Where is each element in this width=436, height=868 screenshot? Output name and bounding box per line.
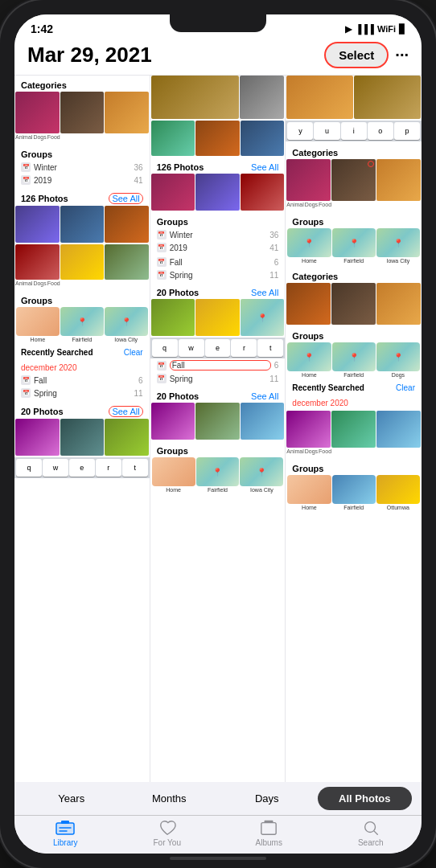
photo-more-3[interactable] [105,244,149,280]
clear-button[interactable]: Clear [124,348,143,357]
col1-see-all[interactable]: See All [109,193,142,204]
col2-key-t[interactable]: t [257,339,283,357]
col3-gbot-1[interactable]: Home [287,475,331,510]
col2-20-2[interactable] [195,299,240,336]
col3-top-1[interactable] [286,76,353,119]
col2-126-2[interactable] [195,174,240,211]
col3-bottom-1[interactable] [286,411,331,448]
col3-cat2-2[interactable] [331,283,376,325]
col2-spring2-row[interactable]: 📅 Spring 11 [150,372,286,385]
col2-key-w[interactable]: w [179,339,204,357]
col2-photo-side[interactable] [240,76,284,119]
key-e[interactable]: e [69,459,95,477]
col2-20-2-see-all[interactable]: See All [251,391,278,401]
tab-for-you[interactable]: For You [117,819,219,847]
group-item-2[interactable]: Fairfield [60,307,104,342]
col2-spring-row[interactable]: 📅 Spring 11 [150,268,286,281]
col3-group-1[interactable]: Home [287,228,331,264]
timeline-months[interactable]: Months [122,787,217,810]
col3-key-i[interactable]: i [341,122,367,140]
col2-photos-2 [150,121,286,156]
col2-group-3[interactable]: Iowa City [240,457,283,493]
photo-20-1[interactable] [15,419,60,456]
photo-animal[interactable] [15,92,60,133]
photo-large-3[interactable] [105,206,149,243]
col3-group2-2[interactable]: Fairfield [332,342,376,378]
col2-20-2-1[interactable] [151,403,195,440]
col3-key-y[interactable]: y [287,122,313,140]
select-button[interactable]: Select [324,42,389,68]
col1-winter-row[interactable]: 📅 Winter 36 [14,161,150,174]
tab-search[interactable]: Search [320,819,422,847]
group-item-3[interactable]: Iowa City [105,307,148,342]
tab-albums[interactable]: Albums [218,819,320,847]
photo-more-2[interactable] [60,244,105,280]
col1-spring-row[interactable]: 📅 Spring 11 [14,387,150,399]
col2-winter-row[interactable]: 📅 Winter 36 [150,228,286,241]
timeline-years[interactable]: Years [24,787,119,810]
col2-group-1[interactable]: Home [152,457,195,493]
col3-bottom-3[interactable] [376,411,421,448]
more-button[interactable]: ··· [395,46,409,64]
col3-group-2[interactable]: Fairfield [332,228,376,264]
col3-cat-1[interactable] [286,159,331,201]
col2-key-e[interactable]: e [205,339,231,357]
photo-food[interactable] [105,92,149,133]
col2-key-q[interactable]: q [152,339,178,357]
photo-dogs[interactable] [60,92,105,133]
col2-20-see-all[interactable]: See All [251,288,278,297]
col3-gbot-3[interactable]: Ottumwa [376,475,420,510]
col2-fall-circled-row[interactable]: 📅 Fall 6 [150,358,286,372]
col2-photo-main[interactable] [151,76,240,119]
key-q[interactable]: q [16,459,42,477]
photo-large-1[interactable] [15,206,60,243]
col2-fall-row[interactable]: 📅 Fall 6 [150,256,286,268]
col3-key-o[interactable]: o [368,122,393,140]
col1-fall-row[interactable]: 📅 Fall 6 [14,374,150,387]
col2-20-2-2[interactable] [195,403,240,440]
key-t[interactable]: t [122,459,148,477]
timeline-days[interactable]: Days [220,787,315,810]
tab-search-label: Search [358,838,384,847]
col2-p2-3[interactable] [241,121,285,156]
photo-20-3[interactable] [105,419,149,456]
col3-clear-btn[interactable]: Clear [396,383,415,392]
col3-bottom-2[interactable] [331,411,376,448]
home-indicator[interactable] [170,857,266,860]
col1-20-see-all[interactable]: See All [109,406,142,417]
photo-more-1[interactable] [15,244,60,280]
col3-top-strip [286,76,422,119]
col3-cat2-1[interactable] [286,283,331,325]
photo-large-2[interactable] [60,206,105,243]
group-item-1[interactable]: Home [16,307,60,342]
col2-key-r[interactable]: r [231,339,257,357]
col2-2019-row[interactable]: 📅 2019 41 [150,241,286,254]
col3-key-p[interactable]: p [394,122,420,140]
col2-126-1[interactable] [151,174,195,211]
col3-group-3[interactable]: Iowa City [376,228,420,264]
photo-20-2[interactable] [60,419,105,456]
col3-gbot-2[interactable]: Fairfield [332,475,376,510]
col3-key-u[interactable]: u [314,122,339,140]
col2-p2-1[interactable] [151,121,195,156]
col3-cat-2[interactable] [331,159,376,201]
col3-top-2[interactable] [354,76,421,119]
col3-group2-1[interactable]: Home [287,342,331,378]
col3-cat-3[interactable] [376,159,421,201]
col3-cat2-3[interactable] [376,283,421,325]
col1-2019-row[interactable]: 📅 2019 41 [14,174,150,186]
col2-20-1[interactable] [151,299,195,336]
col3-group2-3[interactable]: Dogs [376,342,420,378]
timeline-all-photos[interactable]: All Photos [318,787,413,810]
col2-126-see-all[interactable]: See All [251,162,278,172]
tab-library[interactable]: Library [14,819,117,847]
col2-20-3[interactable] [241,299,285,336]
group-name-1: Home [31,337,46,342]
col2-group-2[interactable]: Fairfield [196,457,240,493]
col2-126-3[interactable] [241,174,285,211]
col2-p2-2[interactable] [195,121,240,156]
key-w[interactable]: w [43,459,68,477]
col2-20-2-3[interactable] [241,403,285,440]
col2-fall-text: Fall [170,258,271,267]
key-r[interactable]: r [96,459,121,477]
